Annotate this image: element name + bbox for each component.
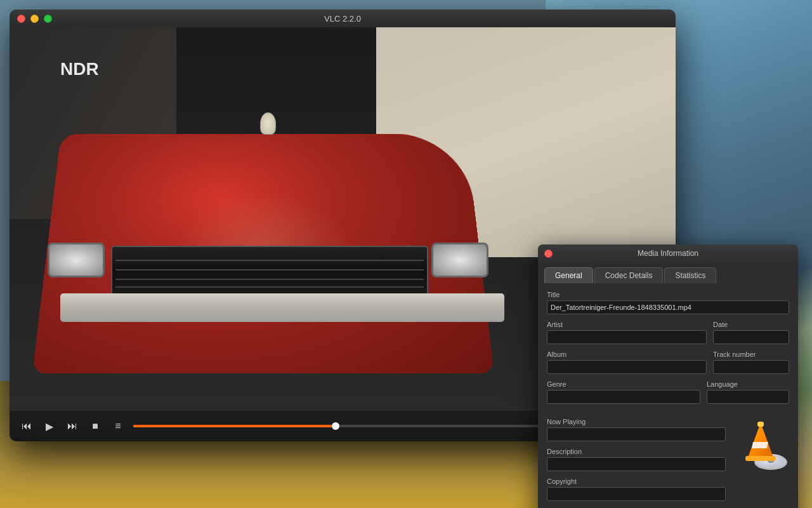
- dialog-title-bar: Media Information: [538, 244, 798, 262]
- now-playing-label: Now Playing: [547, 418, 726, 425]
- tab-statistics[interactable]: Statistics: [664, 267, 716, 283]
- maximize-button[interactable]: [44, 15, 52, 23]
- album-label: Album: [547, 351, 707, 358]
- media-info-lower: Now Playing Description Copyright Publis…: [538, 418, 798, 508]
- vlc-title-bar: VLC 2.2.0: [10, 10, 676, 27]
- date-field-group: Date: [713, 321, 789, 344]
- album-track-row: Album Track number: [547, 351, 789, 374]
- close-button[interactable]: [17, 15, 25, 23]
- svg-rect-8: [745, 456, 776, 461]
- window-title: VLC 2.2.0: [324, 14, 361, 23]
- grille-bar-1: [115, 260, 424, 261]
- dialog-tabs: General Codec Details Statistics: [538, 262, 798, 283]
- track-number-label: Track number: [713, 351, 789, 358]
- genre-input[interactable]: [547, 390, 700, 404]
- grille-bar-4: [115, 286, 424, 288]
- genre-field-group: Genre: [547, 380, 700, 404]
- ndr-watermark: NDR: [60, 59, 99, 79]
- now-playing-field-row: Now Playing: [547, 418, 726, 441]
- media-info-dialog: Media Information General Codec Details …: [538, 244, 798, 508]
- language-input[interactable]: [707, 390, 789, 404]
- description-input[interactable]: [547, 457, 726, 471]
- date-label: Date: [713, 321, 789, 328]
- svg-marker-5: [748, 423, 773, 458]
- stop-button[interactable]: ■: [88, 418, 103, 434]
- description-field-row: Description: [547, 448, 726, 471]
- tab-general[interactable]: General: [544, 267, 593, 283]
- grille-bar-3: [115, 279, 424, 280]
- artist-date-row: Artist Date: [547, 321, 789, 344]
- grille-bar-2: [115, 269, 424, 271]
- play-button[interactable]: ▶: [42, 418, 57, 434]
- car-ornament: [260, 112, 276, 135]
- fast-forward-button[interactable]: ⏭: [65, 418, 80, 434]
- vlc-logo-svg: [734, 417, 788, 471]
- now-playing-input[interactable]: [547, 427, 726, 441]
- language-field-group: Language: [707, 380, 789, 404]
- genre-label: Genre: [547, 380, 700, 388]
- dialog-general-content: Title Artist Date Album: [538, 283, 798, 418]
- copyright-label: Copyright: [547, 478, 726, 485]
- svg-rect-7: [757, 422, 764, 427]
- car-grille: [111, 246, 428, 297]
- genre-language-row: Genre Language: [547, 380, 789, 404]
- window-controls: [17, 15, 52, 23]
- track-number-input[interactable]: [713, 360, 789, 374]
- dialog-title: Media Information: [638, 249, 698, 258]
- car-headlight-right: [431, 243, 488, 277]
- artist-input[interactable]: [547, 330, 707, 344]
- artist-field-group: Artist: [547, 321, 707, 344]
- track-number-field-group: Track number: [713, 351, 789, 374]
- car-bumper: [60, 293, 504, 322]
- title-input[interactable]: [547, 300, 789, 314]
- car-headlight-left: [48, 243, 105, 277]
- title-field-row: Title: [547, 291, 789, 314]
- playlist-button[interactable]: ≡: [110, 418, 126, 434]
- progress-fill: [133, 425, 336, 427]
- copyright-field-row: Copyright: [547, 478, 726, 501]
- language-label: Language: [707, 380, 789, 388]
- date-input[interactable]: [713, 330, 789, 344]
- car-body: [10, 74, 568, 360]
- lower-fields: Now Playing Description Copyright Publis…: [547, 418, 726, 508]
- description-label: Description: [547, 448, 726, 455]
- tab-codec-details[interactable]: Codec Details: [594, 267, 664, 283]
- dialog-close-button[interactable]: [544, 250, 553, 258]
- title-label: Title: [547, 291, 789, 298]
- svg-marker-6: [752, 442, 768, 448]
- vlc-logo: [732, 415, 789, 472]
- album-field-group: Album: [547, 351, 707, 374]
- copyright-input[interactable]: [547, 487, 726, 501]
- desktop: VLC 2.2.0: [0, 0, 812, 508]
- rewind-button[interactable]: ⏮: [19, 418, 34, 434]
- album-input[interactable]: [547, 360, 707, 374]
- progress-thumb: [332, 422, 339, 430]
- artist-label: Artist: [547, 321, 707, 328]
- minimize-button[interactable]: [30, 15, 39, 23]
